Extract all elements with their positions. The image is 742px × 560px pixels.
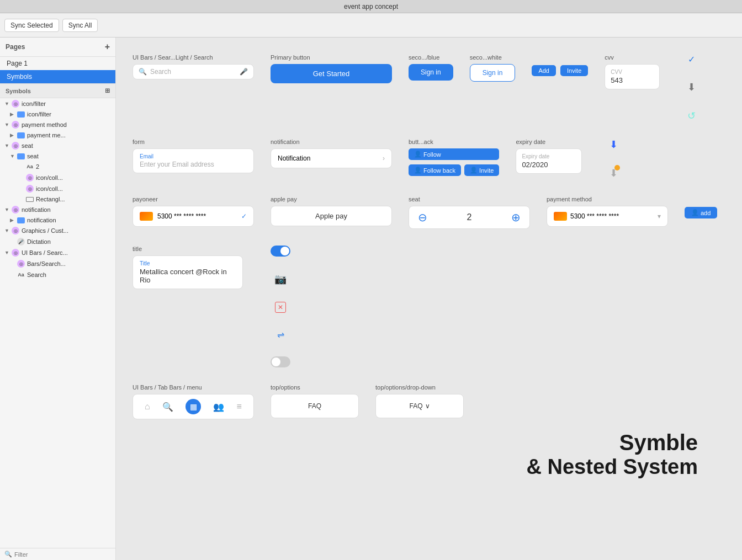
tree-item-notification-folder[interactable]: ▶ notification <box>0 215 115 225</box>
seat-decrease-button[interactable]: ⊖ <box>418 211 427 224</box>
comp-expiry: expiry date Expiry date 02/2020 <box>516 138 582 174</box>
tree-item-notification[interactable]: ▼ ◎ notification <box>0 204 115 215</box>
tree-item-seat-2[interactable]: Aa 2 <box>0 161 115 172</box>
sync-selected-button[interactable]: Sync Selected <box>4 19 59 32</box>
comp-title: title Title Metallica concert @Rock in R… <box>132 246 243 289</box>
sliders-icon: ⇌ <box>277 329 284 340</box>
tree-item-rectangle[interactable]: Rectangl... <box>0 194 115 204</box>
sym-icon: ◎ <box>26 174 34 182</box>
top-options-dropdown-text: FAQ <box>409 402 422 410</box>
text-icon: Aa <box>17 271 25 279</box>
comp-seco-blue: seco.../blue Sign in <box>409 54 453 81</box>
search-bar-mock[interactable]: 🔍 Search 🎤 <box>132 64 254 79</box>
invite-button-2[interactable]: 👤 Invite <box>464 164 499 176</box>
camera-icon: 📷 <box>274 273 287 285</box>
tree-item-ui-bars[interactable]: ▼ ◎ UI Bars / Searc... <box>0 247 115 258</box>
toggle-off-switch[interactable] <box>271 356 290 367</box>
follow-invite-row: 👤 Follow back 👤 Invite <box>409 164 499 176</box>
add-button[interactable]: Add <box>532 65 556 76</box>
invite-button[interactable]: Invite <box>560 65 588 76</box>
titlebar: event app concept <box>0 0 742 13</box>
person-icon: 👤 <box>414 167 422 174</box>
tree-item-bars-search[interactable]: ◎ Bars/Search... <box>0 258 115 269</box>
tree-item-icon-filter-folder[interactable]: ▶ icon/filter <box>0 109 115 119</box>
filter-input[interactable] <box>14 551 111 558</box>
seat-selector: ⊖ 2 ⊕ <box>409 206 530 229</box>
form-field-label: Email <box>140 153 247 159</box>
menu-tab-icon[interactable]: ≡ <box>237 402 242 412</box>
tree-item-payment-method-folder[interactable]: ▶ payment me... <box>0 130 115 140</box>
cvv-label: cvv <box>605 54 660 61</box>
seat-label: seat <box>409 196 530 202</box>
sidebar-item-symbols[interactable]: Symbols <box>0 70 115 83</box>
tree-label: 2 <box>36 163 39 170</box>
search-bar-label: UI Bars / Sear...Light / Search <box>132 54 254 61</box>
tree-item-seat-folder[interactable]: ▼ seat <box>0 151 115 161</box>
tree-item-icon-filter[interactable]: ▼ ◎ icon/filter <box>0 98 115 109</box>
comp-notification: notification Notification › <box>271 138 392 168</box>
tree-label: Bars/Search... <box>27 260 66 267</box>
tree-label: notification <box>22 206 51 213</box>
primary-btn-label: Primary button <box>271 54 392 61</box>
sidebar-tree: ▼ ◎ icon/filter ▶ icon/filter ▼ ◎ paymen… <box>0 98 115 548</box>
mic-icon: 🎤 <box>17 238 25 246</box>
group-tab-icon[interactable]: 👥 <box>213 402 224 412</box>
sync-all-button[interactable]: Sync All <box>62 19 98 32</box>
tree-item-icon-coll-1[interactable]: ◎ icon/coll... <box>0 172 115 183</box>
download-blue-icon: ⬇ <box>610 138 618 151</box>
follow-back-button[interactable]: 👤 Follow back <box>409 164 461 176</box>
seco-blue-label: seco.../blue <box>409 54 453 61</box>
title-field[interactable]: Title Metallica concert @Rock in Rio <box>132 255 243 289</box>
comp-top-options: top/options FAQ <box>271 384 359 418</box>
main-layout: Pages + Page 1 Symbols Symbols ⊞ ▼ ◎ ico… <box>0 38 742 560</box>
rect-icon <box>26 197 34 202</box>
comp-follow: butt...ack 👤 Follow 👤 Follow back <box>409 138 499 176</box>
follow-buttons: 👤 Follow 👤 Follow back 👤 Invite <box>409 148 499 176</box>
get-started-button[interactable]: Get Started <box>271 64 392 83</box>
sym-icon: ◎ <box>12 142 19 150</box>
sign-in-blue-button[interactable]: Sign in <box>409 64 453 81</box>
payment-method-left: 5300 *** **** **** <box>554 212 619 221</box>
home-tab-icon[interactable]: ⌂ <box>145 402 150 412</box>
sidebar-item-page1[interactable]: Page 1 <box>0 57 115 70</box>
sidebar: Pages + Page 1 Symbols Symbols ⊞ ▼ ◎ ico… <box>0 38 116 560</box>
tree-item-icon-coll-2[interactable]: ◎ icon/coll... <box>0 183 115 194</box>
tree-item-seat[interactable]: ▼ ◎ seat <box>0 140 115 151</box>
tree-item-payment-method[interactable]: ▼ ◎ payment method <box>0 119 115 130</box>
canvas-inner: UI Bars / Sear...Light / Search 🔍 Search… <box>132 54 725 495</box>
tree-item-dictation[interactable]: 🎤 Dictation <box>0 236 115 247</box>
close-x-icon[interactable]: ✕ <box>275 302 286 313</box>
card-icon <box>554 212 567 221</box>
arrow-icon: ▼ <box>4 122 10 127</box>
search-icon: 🔍 <box>4 551 12 558</box>
toggle-on-switch[interactable] <box>271 246 290 257</box>
folder-icon <box>17 132 25 138</box>
chevron-down-icon: ∨ <box>425 402 430 410</box>
sym-icon: ◎ <box>12 249 19 257</box>
top-options-dropdown-mock[interactable]: FAQ ∨ <box>375 394 464 418</box>
folder-icon <box>17 153 25 159</box>
search-tab-icon[interactable]: 🔍 <box>162 402 173 412</box>
arrow-icon: ▼ <box>4 101 10 106</box>
row-4: UI Bars / Tab Bars / menu ⌂ 🔍 ▦ 👥 ≡ top/… <box>132 384 725 419</box>
add-page-button[interactable]: + <box>105 42 110 52</box>
sign-in-white-button[interactable]: Sign in <box>470 64 516 82</box>
payment-method-mock[interactable]: 5300 *** **** **** ▾ <box>547 206 668 227</box>
folder-icon <box>17 111 25 118</box>
follow-button[interactable]: 👤 Follow <box>409 148 499 160</box>
person-icon: 👤 <box>414 151 422 158</box>
cvv-value: 543 <box>611 76 654 84</box>
seat-increase-button[interactable]: ⊕ <box>511 211 521 224</box>
apple-pay-mock[interactable]: Apple pay <box>271 206 392 226</box>
calendar-tab-icon[interactable]: ▦ <box>186 399 201 414</box>
text-icon: Aa <box>26 163 34 170</box>
tree-item-search-text[interactable]: Aa Search <box>0 269 115 280</box>
payoneer-mock[interactable]: 5300 *** **** **** ✓ <box>132 206 254 227</box>
title-field-label: Title <box>140 260 236 266</box>
form-field[interactable]: Email Enter your Email address <box>132 148 254 173</box>
form-field-placeholder: Enter your Email address <box>140 161 247 168</box>
tree-item-graphics[interactable]: ▼ ◎ Graphics / Cust... <box>0 225 115 236</box>
add-icon-button[interactable]: 👤 add <box>685 207 717 218</box>
top-options-mock[interactable]: FAQ <box>271 394 359 418</box>
sym-icon: ◎ <box>12 121 19 129</box>
